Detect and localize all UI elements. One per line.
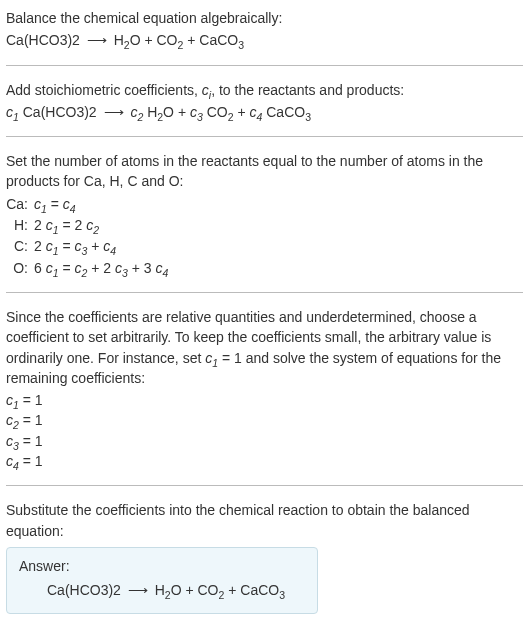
atom-label-o: O: [6, 258, 34, 278]
sp2: H [143, 104, 157, 120]
r0bs: 4 [70, 203, 76, 215]
r1a: c [46, 217, 53, 233]
ci-symbol: ci [202, 82, 211, 98]
rhs-h: H [114, 32, 124, 48]
rhs-caco: + CaCO [183, 32, 238, 48]
arrow-icon: ⟶ [84, 32, 110, 48]
c1: c1 [6, 104, 19, 120]
atom-eq-ca: c1 = c4 [34, 194, 523, 214]
cf0e: = 1 [19, 392, 43, 408]
atom-label-c: C: [6, 236, 34, 256]
ar3: + CaCO [224, 582, 279, 598]
cf2c: c [6, 433, 13, 449]
atom-eq-h: 2 c1 = 2 c2 [34, 215, 523, 235]
atoms-grid: Ca: c1 = c4 H: 2 c1 = 2 c2 C: 2 c1 = c3 … [6, 194, 523, 278]
arrow-icon: ⟶ [101, 104, 127, 120]
choose-text: Since the coefficients are relative quan… [6, 307, 523, 388]
cf2e: = 1 [19, 433, 43, 449]
r3a: c [46, 260, 53, 276]
stoich-text-b: , to the reactants and products: [211, 82, 404, 98]
choose-section: Since the coefficients are relative quan… [6, 307, 523, 471]
r3post: + 3 [128, 260, 156, 276]
ar2: O + CO [171, 582, 219, 598]
r3pre: 6 [34, 260, 46, 276]
intro-text: Balance the chemical equation algebraica… [6, 8, 523, 28]
coeff-row: c1 = 1 [6, 390, 523, 410]
atoms-text: Set the number of atoms in the reactants… [6, 151, 523, 192]
ci-c: c [202, 82, 209, 98]
atom-eq-c: 2 c1 = c3 + c4 [34, 236, 523, 256]
r3ds: 4 [162, 266, 168, 278]
r2a: c [46, 238, 53, 254]
r3mid: = [59, 260, 75, 276]
r2cs: 4 [110, 245, 116, 257]
rhs-co: O + CO [130, 32, 178, 48]
r1mid: = 2 [59, 217, 87, 233]
subst-section: Substitute the coefficients into the che… [6, 500, 523, 613]
answer-equation: Ca(HCO3)2 ⟶ H2O + CO2 + CaCO3 [19, 580, 305, 600]
stoich-section: Add stoichiometric coefficients, ci, to … [6, 80, 523, 123]
c2: c2 [130, 104, 143, 120]
r1pre: 2 [34, 217, 46, 233]
sp3b: + [234, 104, 250, 120]
c4: c4 [250, 104, 263, 120]
divider [6, 292, 523, 293]
cf1c: c [6, 412, 13, 428]
r3c: c [115, 260, 122, 276]
divider [6, 485, 523, 486]
rhs-caco-sub: 3 [238, 39, 244, 51]
r0a: c [34, 196, 41, 212]
sp1: Ca(HCO3)2 [19, 104, 97, 120]
subst-text: Substitute the coefficients into the che… [6, 500, 523, 541]
answer-box: Answer: Ca(HCO3)2 ⟶ H2O + CO2 + CaCO3 [6, 547, 318, 614]
atoms-section: Set the number of atoms in the reactants… [6, 151, 523, 278]
r0b: c [63, 196, 70, 212]
c3-c: c [190, 104, 197, 120]
coeff-row: c3 = 1 [6, 431, 523, 451]
sp4a: 3 [305, 111, 311, 123]
cf3e: = 1 [19, 453, 43, 469]
r2pre: 2 [34, 238, 46, 254]
r2mid: = [59, 238, 75, 254]
sp3: CO [203, 104, 228, 120]
coeff-list: c1 = 1 c2 = 1 c3 = 1 c4 = 1 [6, 390, 523, 471]
intro-equation: Ca(HCO3)2 ⟶ H2O + CO2 + CaCO3 [6, 30, 523, 50]
coeff-row: c4 = 1 [6, 451, 523, 471]
coeff-row: c2 = 1 [6, 410, 523, 430]
sp4: CaCO [262, 104, 305, 120]
r2mid2: + [87, 238, 103, 254]
cf0c: c [6, 392, 13, 408]
r0mid: = [47, 196, 63, 212]
answer-rhs: H2O + CO2 + CaCO3 [155, 582, 285, 598]
c1-c: c [6, 104, 13, 120]
r2b: c [75, 238, 82, 254]
intro-section: Balance the chemical equation algebraica… [6, 8, 523, 51]
answer-lhs: Ca(HCO3)2 [47, 582, 121, 598]
divider [6, 136, 523, 137]
stoich-text: Add stoichiometric coefficients, ci, to … [6, 80, 523, 100]
intro-lhs: Ca(HCO3)2 [6, 32, 80, 48]
r1bs: 2 [93, 224, 99, 236]
atom-eq-o: 6 c1 = c2 + 2 c3 + 3 c4 [34, 258, 523, 278]
ar1: H [155, 582, 165, 598]
r3b: c [75, 260, 82, 276]
atom-label-h: H: [6, 215, 34, 235]
cf3c: c [6, 453, 13, 469]
choose-c1: c1 [205, 350, 218, 366]
c4-c: c [250, 104, 257, 120]
stoich-equation: c1 Ca(HCO3)2 ⟶ c2 H2O + c3 CO2 + c4 CaCO… [6, 102, 523, 122]
c3: c3 [190, 104, 203, 120]
stoich-text-a: Add stoichiometric coefficients, [6, 82, 202, 98]
sp2b: O + [163, 104, 190, 120]
atom-label-ca: Ca: [6, 194, 34, 214]
answer-title: Answer: [19, 556, 305, 576]
arrow-icon: ⟶ [125, 582, 151, 598]
r3mid2: + 2 [87, 260, 115, 276]
cf1e: = 1 [19, 412, 43, 428]
intro-rhs: H2O + CO2 + CaCO3 [114, 32, 244, 48]
divider [6, 65, 523, 66]
ar3s: 3 [279, 589, 285, 601]
